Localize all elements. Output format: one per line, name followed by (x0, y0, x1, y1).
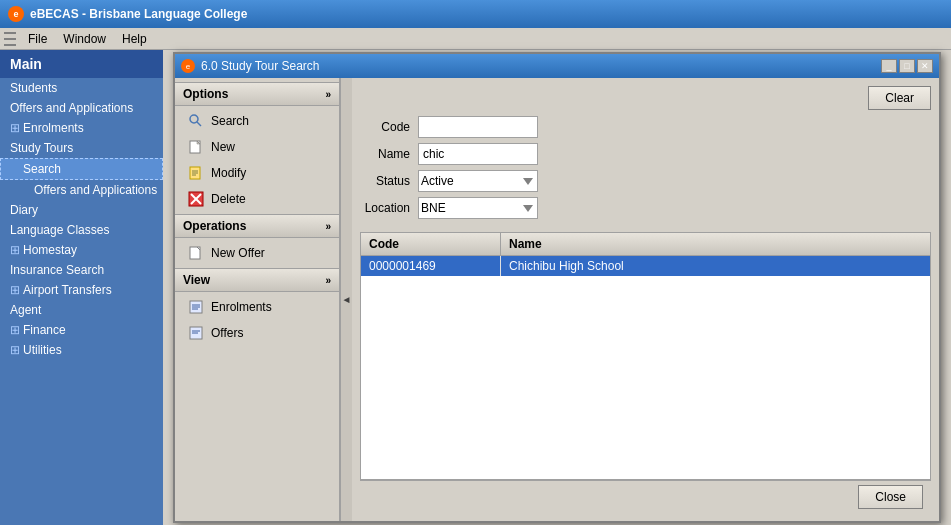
options-section-header: Options » (175, 82, 339, 106)
close-button[interactable]: Close (858, 485, 923, 509)
new-label: New (211, 140, 235, 154)
dialog-minimize-button[interactable]: _ (881, 59, 897, 73)
col-code: Code (361, 233, 501, 255)
modify-menu-item[interactable]: Modify (175, 160, 339, 186)
table-row[interactable]: 0000001469 Chichibu High School (361, 256, 930, 276)
sidebar-item-finance[interactable]: ⊞Finance (0, 320, 163, 340)
code-label: Code (360, 120, 418, 134)
offers-view-label: Offers (211, 326, 243, 340)
sidebar-item-agent[interactable]: Agent (0, 300, 163, 320)
dialog-title-bar: e 6.0 Study Tour Search _ □ ✕ (175, 54, 939, 78)
dialog-footer: Close (360, 480, 931, 513)
sidebar-item-homestay[interactable]: ⊞Homestay (0, 240, 163, 260)
plus-icon-5: ⊞ (10, 343, 20, 357)
search-icon (187, 112, 205, 130)
dialog-close-button[interactable]: ✕ (917, 59, 933, 73)
code-row: Code (360, 116, 931, 138)
status-label: Status (360, 174, 418, 188)
content-area: e 6.0 Study Tour Search _ □ ✕ Options (163, 50, 951, 525)
right-panel: Clear Code Name Status (352, 78, 939, 521)
dialog-study-tour-search: e 6.0 Study Tour Search _ □ ✕ Options (173, 52, 941, 523)
name-label: Name (360, 147, 418, 161)
sidebar-item-students[interactable]: Students (0, 78, 163, 98)
options-title: Options (183, 87, 228, 101)
sidebar-item-airport-transfers[interactable]: ⊞Airport Transfers (0, 280, 163, 300)
delete-label: Delete (211, 192, 246, 206)
dialog-maximize-button[interactable]: □ (899, 59, 915, 73)
new-offer-label: New Offer (211, 246, 265, 260)
dialog-title: 6.0 Study Tour Search (201, 59, 320, 73)
sidebar-header: Main (0, 50, 163, 78)
collapse-toggle[interactable]: ◄ (340, 78, 352, 521)
title-bar: e eBECAS - Brisbane Language College (0, 0, 951, 28)
new-offer-icon (187, 244, 205, 262)
sidebar-item-search[interactable]: Search (0, 158, 163, 180)
options-section: Options » Search (175, 82, 339, 212)
view-chevron: » (325, 275, 331, 286)
enrolments-view-item[interactable]: Enrolments (175, 294, 339, 320)
sidebar-item-offers-applications[interactable]: Offers and Applications (0, 98, 163, 118)
app-icon: e (8, 6, 24, 22)
table-header: Code Name (361, 233, 930, 256)
operations-section: Operations » New Offer (175, 214, 339, 266)
clear-button[interactable]: Clear (868, 86, 931, 110)
table-body: 0000001469 Chichibu High School (361, 256, 930, 479)
enrolments-view-label: Enrolments (211, 300, 272, 314)
location-label: Location (360, 201, 418, 215)
offers-icon (187, 324, 205, 342)
col-name: Name (501, 233, 930, 255)
delete-icon (187, 190, 205, 208)
delete-menu-item[interactable]: Delete (175, 186, 339, 212)
sidebar-item-diary[interactable]: Diary (0, 200, 163, 220)
new-icon (187, 138, 205, 156)
enrolments-icon (187, 298, 205, 316)
search-menu-item[interactable]: Search (175, 108, 339, 134)
modify-icon (187, 164, 205, 182)
view-title: View (183, 273, 210, 287)
menu-file[interactable]: File (20, 30, 55, 48)
menu-window[interactable]: Window (55, 30, 114, 48)
modify-label: Modify (211, 166, 246, 180)
new-offer-menu-item[interactable]: New Offer (175, 240, 339, 266)
operations-title: Operations (183, 219, 246, 233)
sidebar-item-offers-apps-sub[interactable]: Offers and Applications (0, 180, 163, 200)
row-code: 0000001469 (361, 256, 501, 276)
operations-section-header: Operations » (175, 214, 339, 238)
svg-line-1 (197, 122, 201, 126)
dialog-title-left: e 6.0 Study Tour Search (181, 59, 320, 73)
app-body: Main Students Offers and Applications ⊞E… (0, 50, 951, 525)
location-row: Location BNE SYD MEL (360, 197, 931, 219)
results-table: Code Name 0000001469 Chichibu High Schoo… (360, 232, 931, 480)
sidebar-item-enrolments[interactable]: ⊞Enrolments (0, 118, 163, 138)
code-input[interactable] (418, 116, 538, 138)
offers-view-item[interactable]: Offers (175, 320, 339, 346)
search-label: Search (211, 114, 249, 128)
plus-icon-4: ⊞ (10, 323, 20, 337)
sidebar: Main Students Offers and Applications ⊞E… (0, 50, 163, 525)
sidebar-item-language-classes[interactable]: Language Classes (0, 220, 163, 240)
status-select[interactable]: Active Inactive All (418, 170, 538, 192)
left-panel: Options » Search (175, 78, 340, 521)
app-title: eBECAS - Brisbane Language College (30, 7, 247, 21)
operations-chevron: » (325, 221, 331, 232)
plus-icon-3: ⊞ (10, 283, 20, 297)
options-chevron: » (325, 89, 331, 100)
plus-icon: ⊞ (10, 121, 20, 135)
sidebar-item-utilities[interactable]: ⊞Utilities (0, 340, 163, 360)
form-header-row: Clear (360, 86, 931, 110)
sidebar-item-study-tours[interactable]: Study Tours (0, 138, 163, 158)
status-row: Status Active Inactive All (360, 170, 931, 192)
name-row: Name (360, 143, 931, 165)
dialog-controls: _ □ ✕ (881, 59, 933, 73)
menu-help[interactable]: Help (114, 30, 155, 48)
menu-grip (4, 30, 16, 48)
name-input[interactable] (418, 143, 538, 165)
plus-icon-2: ⊞ (10, 243, 20, 257)
sidebar-item-insurance-search[interactable]: Insurance Search (0, 260, 163, 280)
dialog-icon: e (181, 59, 195, 73)
new-menu-item[interactable]: New (175, 134, 339, 160)
dialog-body: Options » Search (175, 78, 939, 521)
svg-point-0 (190, 115, 198, 123)
search-form: Code Name Status Active Inactive (360, 116, 931, 224)
location-select[interactable]: BNE SYD MEL (418, 197, 538, 219)
